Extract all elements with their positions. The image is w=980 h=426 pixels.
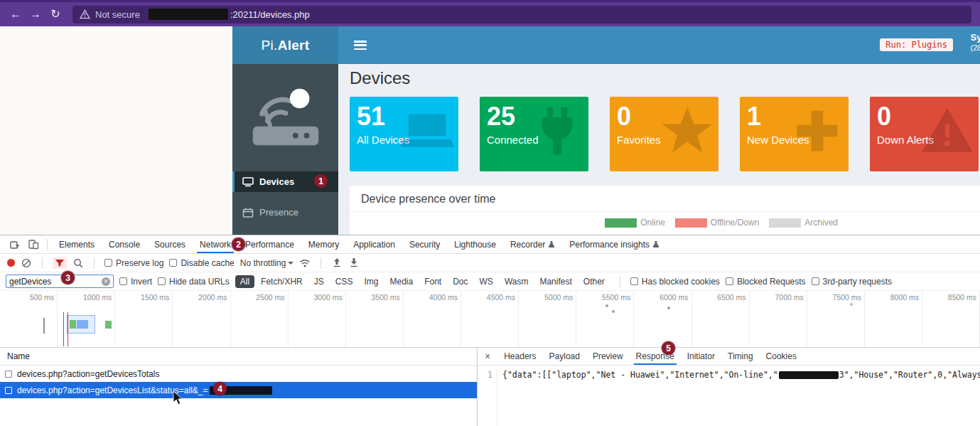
stat-card-down-alerts[interactable]: 0 Down Alerts: [870, 97, 979, 171]
tab-label: Timing: [728, 351, 753, 361]
sidebar-item-presence[interactable]: Presence: [232, 202, 338, 223]
run-plugins-button[interactable]: Run: Plugins: [880, 38, 953, 51]
detail-tab-cookies[interactable]: Cookies: [760, 348, 803, 365]
filter-chip-media[interactable]: Media: [384, 275, 418, 288]
logo-suffix: Alert: [278, 38, 310, 53]
tab-label: Elements: [59, 240, 95, 250]
timeline-label: 2000 ms: [173, 291, 230, 347]
tab-memory[interactable]: Memory: [301, 235, 346, 253]
throttling-select[interactable]: No throttling: [240, 258, 294, 268]
filter-icon[interactable]: [53, 257, 67, 269]
tab-label: Memory: [308, 240, 339, 250]
filter-chip-all[interactable]: All: [235, 275, 254, 288]
stat-card-connected[interactable]: 25 Connected: [480, 97, 588, 171]
response-content: {"data":[["laptop","Net - Huawei","Inter…: [497, 370, 980, 426]
stat-card-favorites[interactable]: 0 Favorites: [610, 97, 718, 171]
tab-sources[interactable]: Sources: [147, 235, 193, 253]
filter-chip-other[interactable]: Other: [578, 275, 610, 288]
tab-elements[interactable]: Elements: [52, 235, 102, 253]
stat-card-new-devices[interactable]: 1 New Devices: [740, 97, 849, 171]
presence-panel: Device presence over time Online Offline…: [350, 186, 980, 235]
mouse-cursor-icon: [173, 390, 183, 405]
device-toolbar-icon[interactable]: [27, 239, 40, 250]
legend-archived[interactable]: Archived: [769, 218, 838, 228]
menu-toggle-icon[interactable]: [354, 41, 367, 50]
forward-icon[interactable]: →: [26, 2, 45, 26]
page-area: Pi.Alert: [0, 26, 980, 235]
detail-tab-timing[interactable]: Timing: [721, 348, 760, 365]
has-blocked-cookies-checkbox[interactable]: Has blocked cookies: [630, 277, 720, 287]
timeline-label: 500 ms: [0, 291, 58, 347]
network-overview-timeline[interactable]: 500 ms 1000 ms 1500 ms 2000 ms 2500 ms 3…: [0, 291, 980, 348]
tab-console[interactable]: Console: [102, 235, 147, 253]
overview-dot: [605, 304, 608, 307]
third-party-requests-checkbox[interactable]: 3rd-party requests: [812, 277, 892, 287]
checkbox-label: Disable cache: [181, 258, 234, 268]
tab-label: Headers: [504, 351, 536, 361]
checkbox: [119, 277, 127, 285]
search-icon[interactable]: [72, 257, 84, 269]
tab-security[interactable]: Security: [402, 235, 447, 253]
response-redaction: [779, 371, 839, 379]
hide-data-urls-checkbox[interactable]: Hide data URLs: [158, 277, 230, 287]
detail-tab-payload[interactable]: Payload: [543, 348, 586, 365]
filter-chip-js[interactable]: JS: [309, 275, 329, 288]
tab-lighthouse[interactable]: Lighthouse: [447, 235, 503, 253]
timeline-label: 2500 ms: [231, 291, 289, 347]
legend-online[interactable]: Online: [605, 218, 665, 228]
import-har-icon[interactable]: [331, 257, 343, 269]
clear-filter-icon[interactable]: ×: [102, 277, 110, 286]
timeline-label: 8500 ms: [922, 291, 980, 347]
stat-card-all-devices[interactable]: 51 All Devices: [350, 97, 458, 171]
tab-performance[interactable]: Performance: [238, 235, 301, 253]
app-logo[interactable]: Pi.Alert: [232, 26, 338, 64]
disable-cache-checkbox[interactable]: Disable cache: [169, 258, 234, 268]
inspect-icon[interactable]: [9, 239, 21, 250]
devtools: Elements Console Sources Network Perform…: [0, 235, 980, 426]
back-icon[interactable]: ←: [6, 2, 26, 26]
network-conditions-icon[interactable]: [299, 257, 311, 269]
preserve-log-checkbox[interactable]: Preserve log: [104, 258, 163, 268]
close-icon[interactable]: ×: [478, 351, 497, 362]
response-viewer[interactable]: 1 {"data":[["laptop","Net - Huawei","Int…: [478, 366, 980, 426]
topbar-corner-text: Sym (28,: [971, 32, 980, 53]
filter-chip-manifest[interactable]: Manifest: [534, 275, 576, 288]
waterfall-tick: [43, 318, 45, 334]
timeline-label: 6000 ms: [634, 291, 691, 347]
tab-recorder[interactable]: Recorder: [503, 235, 562, 253]
app-content: Devices 51 All Devices 25 Connected: [338, 64, 980, 235]
filter-chip-ws[interactable]: WS: [475, 275, 498, 288]
timeline-label: 6500 ms: [692, 291, 750, 347]
filter-chip-doc[interactable]: Doc: [448, 275, 473, 288]
request-list-header[interactable]: Name: [0, 348, 477, 366]
legend-swatch: [769, 218, 801, 228]
reload-icon[interactable]: ↻: [45, 2, 65, 26]
network-filter-input[interactable]: [9, 277, 99, 287]
network-filter-field[interactable]: ×: [6, 275, 114, 288]
checkbox-label: Blocked Requests: [737, 277, 806, 287]
alert-triangle-icon: [920, 104, 974, 158]
sidebar-item-label: Presence: [259, 207, 298, 218]
export-har-icon[interactable]: [348, 257, 360, 269]
star-icon: [660, 104, 714, 158]
tab-application[interactable]: Application: [346, 235, 402, 253]
clear-icon[interactable]: [21, 257, 32, 269]
invert-checkbox[interactable]: Invert: [119, 277, 152, 287]
record-icon[interactable]: [7, 259, 15, 267]
filter-chip-img[interactable]: Img: [359, 275, 383, 288]
legend-offline[interactable]: Offline/Down: [675, 218, 759, 228]
detail-tab-preview[interactable]: Preview: [586, 348, 630, 365]
address-bar[interactable]: Not secure :20211/devices.php: [72, 6, 971, 23]
detail-tab-initiator[interactable]: Initiator: [681, 348, 721, 365]
filter-chip-font[interactable]: Font: [419, 275, 446, 288]
timeline-label: 5500 ms: [576, 291, 634, 347]
filter-chip-fetch-xhr[interactable]: Fetch/XHR: [256, 275, 308, 288]
detail-tab-headers[interactable]: Headers: [497, 348, 542, 365]
filter-chip-css[interactable]: CSS: [330, 275, 358, 288]
request-row-get-devices-totals[interactable]: devices.php?action=getDevicesTotals: [0, 366, 477, 382]
blocked-requests-checkbox[interactable]: Blocked Requests: [726, 277, 806, 287]
tab-performance-insights[interactable]: Performance insights: [562, 235, 667, 253]
request-row-get-devices-list[interactable]: devices.php?action=getDevicesList&status…: [0, 382, 477, 398]
filter-chip-wasm[interactable]: Wasm: [500, 275, 534, 288]
legend-label: Online: [640, 218, 665, 228]
